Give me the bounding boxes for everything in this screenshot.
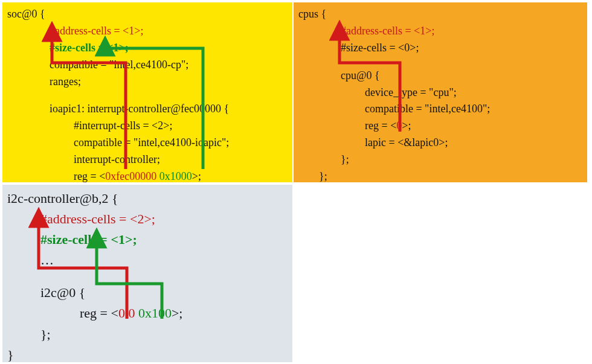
cpu-close: };	[298, 152, 582, 168]
i2c-address-cells: #address-cells = <2>;	[7, 209, 288, 229]
i2c-node-header: i2c@0 {	[7, 283, 288, 303]
i2c-reg: reg = <0 0 0x100>;	[7, 303, 288, 324]
ioapic-interrupt-cells: #interrupt-cells = <2>;	[7, 118, 288, 135]
panel-soc: soc@0 { #address-cells = <1>; #size-cell…	[2, 2, 292, 182]
ioapic-reg: reg = <0xfec00000 0x1000>;	[7, 168, 288, 185]
cpu-lapic: lapic = <&lapic0>;	[298, 135, 582, 152]
soc-size-cells: #size-cells = <1>;	[7, 40, 288, 57]
i2c-controller-header: i2c-controller@b,2 {	[7, 188, 288, 209]
i2c-controller-close: }	[7, 345, 288, 364]
soc-header: soc@0 {	[7, 6, 288, 23]
cpu-reg: reg = <0>;	[298, 118, 582, 135]
i2c-size-cells: #size-cells = <1>;	[7, 229, 288, 250]
cpus-close: };	[298, 168, 582, 185]
ioapic-interrupt-controller: interrupt-controller;	[7, 152, 288, 168]
cpu-node-header: cpu@0 {	[298, 68, 582, 85]
ellipsis: …	[7, 250, 288, 270]
panel-i2c: i2c-controller@b,2 { #address-cells = <2…	[2, 185, 292, 362]
cpus-size-cells: #size-cells = <0>;	[298, 40, 582, 57]
blank-line	[7, 90, 288, 101]
cpus-header: cpus {	[298, 6, 582, 23]
panel-cpus: cpus { #address-cells = <1>; #size-cells…	[294, 2, 587, 182]
blank-line	[7, 270, 288, 283]
cpu-device-type: device_type = "cpu";	[298, 85, 582, 101]
blank-line	[298, 57, 582, 68]
soc-ranges: ranges;	[7, 74, 288, 91]
cpus-address-cells: #address-cells = <1>;	[298, 23, 582, 40]
soc-compatible: compatible = "intel,ce4100-cp";	[7, 57, 288, 74]
ioapic-compatible: compatible = "intel,ce4100-ioapic";	[7, 135, 288, 152]
soc-address-cells: #address-cells = <1>;	[7, 23, 288, 40]
ioapic-header: ioapic1: interrupt-controller@fec00000 {	[7, 101, 288, 118]
cpu-compatible: compatible = "intel,ce4100";	[298, 101, 582, 118]
i2c-close: };	[7, 324, 288, 345]
